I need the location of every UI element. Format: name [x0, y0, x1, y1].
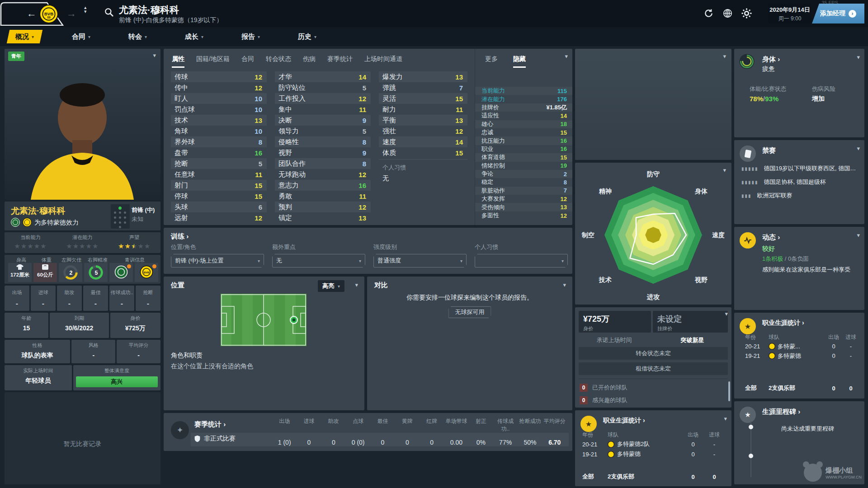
page-subtitle: 前锋 (中)-白俄多特蒙德（19岁以下） — [119, 16, 222, 24]
nav-tab[interactable]: 概况 ▾ — [7, 30, 42, 43]
refresh-icon[interactable] — [703, 8, 714, 19]
collapse-chevron-icon[interactable]: ▾ — [857, 145, 860, 151]
chevron-down-icon: ▾ — [314, 34, 316, 39]
attribute-name: 平衡 — [382, 116, 396, 125]
scrollbar[interactable] — [728, 381, 730, 401]
youth-nation-card — [109, 263, 133, 282]
attribute-tab[interactable]: 赛季统计 — [327, 55, 353, 68]
attribute-tab[interactable]: 转会状态 — [266, 55, 291, 68]
tab-promised-playtime[interactable]: 承诺上场时间 — [575, 336, 653, 344]
quick-stat-card: 助攻 - — [57, 286, 82, 311]
career-team-cell[interactable]: 多特蒙... — [769, 343, 825, 351]
attribute-tab[interactable]: 国籍/地区籍 — [196, 55, 230, 68]
training-dropdown[interactable]: ▾ — [475, 254, 568, 267]
training-header[interactable]: 训练 › — [171, 232, 189, 241]
training-dropdown[interactable]: 前锋 (中)-场上位置 ▾ — [171, 254, 264, 267]
dynamics-header[interactable]: 动态 › — [762, 233, 780, 242]
collapse-chevron-icon[interactable]: ▾ — [565, 53, 568, 59]
transfer-status-button[interactable]: 转会状态未定 — [579, 347, 728, 360]
hidden-tab[interactable]: 隐藏 — [513, 55, 526, 68]
back-arrow-icon[interactable]: ← — [26, 8, 37, 19]
collapse-chevron-icon[interactable]: ▾ — [153, 52, 156, 58]
attribute-tab[interactable]: 合同 — [241, 55, 254, 68]
value-card: 身价¥725万 — [110, 313, 160, 338]
collapse-chevron-icon[interactable]: ▾ — [723, 167, 726, 173]
tab-breakthrough[interactable]: 突破新星 — [653, 336, 731, 344]
nav-tab[interactable]: 历史 ▾ — [289, 30, 325, 43]
hidden-attribute-value: 2 — [564, 171, 567, 178]
quick-stat-card: 抢断 - — [136, 286, 160, 311]
condition-header[interactable]: 身体 › — [762, 55, 780, 64]
hidden-attribute-value: 18 — [561, 121, 567, 127]
career-team-cell[interactable]: 多特蒙德 — [769, 352, 825, 360]
attribute-name: 界外球 — [175, 138, 195, 146]
attribute-tab[interactable]: 上场时间通道 — [364, 55, 402, 68]
add-manager-button[interactable]: 添加经理 › — [812, 4, 864, 23]
career-team: 多特蒙... — [778, 343, 800, 351]
season-value: 0 (0) — [346, 436, 370, 449]
offer-row[interactable]: 0 已开价的球队 — [580, 381, 736, 394]
nav-tab[interactable]: 成长 ▾ — [176, 30, 212, 43]
season-stats-header[interactable]: 赛季统计 › — [194, 420, 226, 429]
attribute-name: 射门 — [175, 181, 188, 190]
hidden-attribute-value: 12 — [561, 212, 567, 219]
asking-price-box[interactable]: 未设定 挂牌价 — [653, 311, 728, 333]
hidden-attribute-value: 176 — [557, 96, 567, 103]
reputation-stars: ★★★★★★ — [108, 242, 160, 250]
training-dropdown[interactable]: 无 ▾ — [272, 254, 365, 267]
career-stats-header[interactable]: 职业生涯统计 › — [762, 319, 804, 327]
gear-icon[interactable] — [741, 8, 752, 19]
player-name: 尤素法·穆科科 — [11, 205, 65, 217]
loan-status-button[interactable]: 租借状态未定 — [579, 362, 728, 375]
hidden-attribute-row: 肮脏动作 7 — [475, 187, 572, 195]
hidden-tab[interactable]: 更多 — [485, 55, 498, 68]
career-team-cell[interactable]: 多特蒙德2队 — [608, 440, 682, 448]
compare-message: 你需要安排一位球探来编制这个球员的报告。 — [367, 294, 572, 302]
no-scout-button[interactable]: 无球探可用 — [448, 306, 491, 318]
collapse-chevron-icon[interactable]: ▾ — [355, 282, 358, 288]
nav-tab[interactable]: 转会 ▾ — [120, 30, 156, 43]
forward-arrow-icon[interactable]: → — [66, 8, 77, 19]
attribute-name: 视野 — [278, 149, 292, 157]
attribute-tab[interactable]: 属性 — [172, 55, 184, 68]
attribute-name: 无球跑动 — [278, 170, 306, 179]
dynamics-text: 感到能呆在这家俱乐部是一种享受 — [762, 266, 859, 274]
hidden-attribute-value: 16 — [561, 137, 567, 144]
season-column-label: 黄牌 — [395, 418, 420, 433]
offer-row[interactable]: 0 感兴趣的球队 — [580, 394, 736, 407]
training-dropdown[interactable]: 普通强度 ▾ — [373, 254, 467, 267]
attribute-value: 9 — [363, 149, 366, 157]
hidden-attribute-name: 当前能力 — [481, 87, 505, 95]
hidden-attribute-name: 雄心 — [481, 120, 493, 128]
season-value: 50% — [518, 436, 542, 449]
career-team-cell[interactable]: 多特蒙德 — [608, 450, 682, 458]
prev-next-player-icon[interactable]: ▴▾ — [84, 5, 87, 14]
globe-icon[interactable] — [722, 8, 733, 19]
highlight-dropdown[interactable]: 高亮 ▾ — [318, 280, 344, 292]
collapse-chevron-icon[interactable]: ▾ — [723, 53, 726, 59]
collapse-chevron-icon[interactable]: ▾ — [725, 311, 728, 317]
milestones-header[interactable]: 生涯里程碑 › — [762, 408, 800, 416]
quick-stat-value: - — [31, 300, 56, 308]
reputation-label: 声望 — [108, 234, 160, 241]
career-goals: - — [704, 441, 724, 448]
club-logo-bvb[interactable]: BVB 09 — [39, 5, 58, 23]
weight-card: 60公斤 — [33, 263, 57, 282]
collapse-chevron-icon[interactable]: ▾ — [857, 232, 860, 238]
collapse-chevron-icon[interactable]: ▾ — [724, 416, 727, 422]
career-table-head: 年份 球队 出场 进球 — [745, 333, 859, 341]
collapse-chevron-icon[interactable]: ▾ — [857, 54, 860, 60]
search-icon[interactable] — [104, 7, 115, 18]
nav-tab[interactable]: 报告 ▾ — [233, 30, 269, 43]
training-group-label: 强度级别 — [373, 243, 467, 251]
nav-tab-bar: 概况 ▾ 合同 ▾ 转会 ▾ 成长 ▾ — [0, 27, 868, 46]
attribute-tab[interactable]: 伤病 — [303, 55, 316, 68]
attribute-name: 远射 — [175, 214, 188, 222]
left-foot-label: 左脚欠佳 — [61, 257, 81, 263]
season-table: 出场进球助攻点球最佳黄牌红牌单场带球射正传球成功..抢断成功平均评分 1 (0)… — [272, 418, 567, 449]
collapse-chevron-icon[interactable]: ▾ — [563, 282, 566, 288]
season-values: 1 (0)000 (0)0000.000%77%50%6.70 — [272, 436, 567, 449]
nav-tab[interactable]: 合同 ▾ — [63, 30, 99, 43]
attribute-name: 弹跳 — [382, 84, 396, 92]
career-stats-header[interactable]: 职业生涯统计 › — [603, 417, 645, 425]
